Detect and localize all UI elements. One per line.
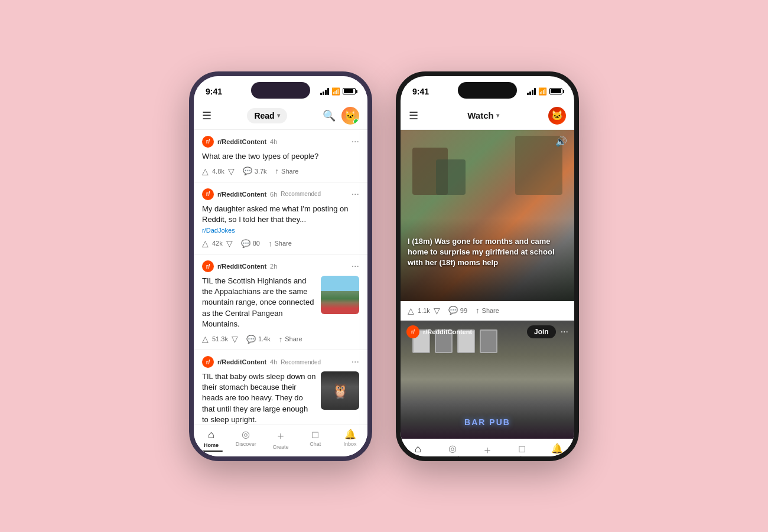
avatar[interactable]: 🐱 — [341, 107, 359, 125]
left-bottom-nav: ⌂ Home ◎ Discover ＋ Create ◻ Chat 🔔 — [194, 425, 367, 456]
signal-icon — [320, 88, 329, 95]
video-header-actions-2: Join ··· — [527, 325, 568, 338]
more-btn-4[interactable]: ··· — [352, 357, 359, 367]
post-meta-2: r/ r/RedditContent 6h Recommended — [202, 188, 321, 200]
video-thumbnail-1 — [401, 130, 574, 301]
more-btn-2[interactable]: ··· — [352, 189, 359, 200]
nav-create-right[interactable]: ＋ Create — [470, 443, 505, 461]
nav-home-label-right: Home — [411, 456, 425, 461]
discover-icon-left: ◎ — [242, 429, 250, 440]
right-comment-btn-1[interactable]: 💬 99 — [448, 306, 467, 315]
left-phone: 9:41 📶 ☰ Read — [189, 71, 372, 461]
nav-inbox-label-right: Inbox — [551, 455, 564, 461]
right-battery-icon — [549, 88, 562, 94]
share-btn-2[interactable]: ↑ Share — [268, 239, 292, 248]
video-meta-2: r/ r/RedditContent — [406, 325, 472, 338]
comment-btn-2[interactable]: 💬 80 — [241, 239, 260, 248]
more-btn-3[interactable]: ··· — [352, 261, 359, 272]
nav-create-left[interactable]: ＋ Create — [263, 429, 298, 452]
subreddit-1[interactable]: r/RedditContent — [217, 138, 266, 145]
right-downvote-1[interactable]: ▽ — [434, 306, 440, 315]
video-subreddit-2: r/RedditContent — [423, 328, 472, 335]
recommended-4: Recommended — [281, 359, 321, 365]
r-signal-bar-2 — [529, 92, 531, 95]
right-hamburger-icon[interactable]: ☰ — [409, 109, 418, 122]
nav-home-left[interactable]: ⌂ Home — [194, 429, 229, 452]
post-item-1: r/ r/RedditContent 4h ··· What are the t… — [194, 130, 367, 182]
post-item-2: r/ r/RedditContent 6h Recommended ··· My… — [194, 182, 367, 254]
nav-inbox-left[interactable]: 🔔 Inbox — [333, 429, 367, 452]
post-header-2: r/ r/RedditContent 6h Recommended ··· — [202, 188, 359, 200]
post-tag-2[interactable]: r/DadJokes — [202, 227, 359, 234]
right-time: 9:41 — [412, 87, 429, 96]
left-feed: r/ r/RedditContent 4h ··· What are the t… — [194, 130, 367, 425]
post-title-1[interactable]: What are the two types of people? — [202, 151, 359, 162]
post-actions-2: △ 42k ▽ 💬 80 ↑ Share — [202, 239, 359, 248]
signal-bar-2 — [323, 92, 324, 95]
nav-inbox-right[interactable]: 🔔 Inbox — [539, 443, 574, 461]
post-title-4[interactable]: TIL that baby owls sleep down on their s… — [202, 371, 316, 425]
inbox-icon-right: 🔔 — [551, 443, 563, 454]
time-1: 4h — [270, 138, 277, 145]
right-bottom-nav: ⌂ Home ◎ Search ＋ Create ◻ Chat 🔔 — [401, 439, 574, 461]
subreddit-4[interactable]: r/RedditContent — [217, 358, 266, 365]
sound-icon-1[interactable]: 🔊 — [555, 136, 567, 147]
right-upvote-1[interactable]: △ — [408, 306, 414, 315]
vote-section-3: △ 51.3k ▽ — [202, 334, 238, 344]
vote-count-2: 42k — [212, 240, 223, 247]
downvote-btn-2[interactable]: ▽ — [226, 239, 233, 248]
more-btn-1[interactable]: ··· — [352, 136, 359, 147]
right-header-center: Watch ▾ — [467, 110, 499, 120]
nav-chat-left[interactable]: ◻ Chat — [298, 429, 333, 452]
right-wifi-icon: 📶 — [538, 87, 547, 96]
subreddit-3[interactable]: r/RedditContent — [217, 263, 266, 270]
video-card-1[interactable]: 🔊 I (18m) Was gone for months and came h… — [401, 130, 574, 301]
nav-search-right[interactable]: ◎ Search — [435, 443, 470, 461]
post-item-3: r/ r/RedditContent 2h ··· TIL the Scotti… — [194, 254, 367, 350]
video-reddit-logo-2: r/ — [406, 325, 419, 338]
r-signal-bar-4 — [534, 88, 536, 95]
right-comment-icon-1: 💬 — [448, 306, 458, 315]
right-status-icons: 📶 — [527, 87, 562, 96]
post-title-3[interactable]: TIL the Scottish Highlands and the Appal… — [202, 276, 316, 329]
nav-indicator-left — [199, 451, 223, 452]
comment-icon-2: 💬 — [241, 239, 250, 248]
hamburger-icon[interactable]: ☰ — [202, 109, 211, 122]
right-screen: ☰ Watch ▾ 🐱 — [401, 102, 574, 456]
battery-icon — [343, 88, 356, 94]
comment-btn-3[interactable]: 💬 1.4k — [246, 335, 271, 344]
right-avatar[interactable]: 🐱 — [548, 107, 566, 125]
join-button[interactable]: Join — [527, 325, 556, 338]
watch-label: Watch — [467, 110, 493, 120]
watch-mode-button[interactable]: Watch ▾ — [467, 110, 499, 120]
read-mode-button[interactable]: Read ▾ — [247, 108, 287, 123]
subreddit-2[interactable]: r/RedditContent — [217, 191, 266, 198]
right-comment-count-1: 99 — [460, 307, 467, 314]
nav-chat-right[interactable]: ◻ Chat — [505, 443, 539, 461]
nav-home-right[interactable]: ⌂ Home — [401, 443, 435, 461]
upvote-btn-1[interactable]: △ — [202, 167, 209, 176]
upvote-btn-3[interactable]: △ — [202, 334, 209, 344]
post-title-2[interactable]: My daughter asked me what I'm posting on… — [202, 204, 359, 225]
chat-icon-right: ◻ — [518, 443, 526, 454]
left-header-right: 🔍 🐱 — [323, 107, 359, 125]
video-more-btn-2[interactable]: ··· — [561, 327, 568, 337]
downvote-btn-3[interactable]: ▽ — [232, 334, 238, 344]
left-notch — [251, 82, 310, 99]
right-vote-count-1: 1.1k — [418, 307, 430, 314]
comment-btn-1[interactable]: 💬 3.7k — [243, 167, 267, 175]
share-btn-1[interactable]: ↑ Share — [275, 167, 299, 175]
reddit-logo-1: r/ — [202, 136, 214, 148]
left-app-header: ☰ Read ▾ 🔍 🐱 — [194, 102, 367, 130]
downvote-btn-1[interactable]: ▽ — [228, 167, 235, 176]
video-card-2[interactable]: r/ r/RedditContent Join ··· — [401, 321, 574, 439]
comment-icon-1: 💬 — [243, 167, 252, 175]
comment-count-1: 3.7k — [255, 168, 267, 175]
nav-discover-left[interactable]: ◎ Discover — [229, 429, 263, 452]
post-thumbnail-3 — [321, 276, 359, 314]
share-btn-3[interactable]: ↑ Share — [279, 335, 302, 344]
upvote-btn-2[interactable]: △ — [202, 239, 209, 248]
search-icon[interactable]: 🔍 — [323, 109, 336, 122]
right-share-btn-1[interactable]: ↑ Share — [476, 306, 499, 315]
right-phone: 9:41 📶 ☰ Watch — [396, 71, 579, 461]
